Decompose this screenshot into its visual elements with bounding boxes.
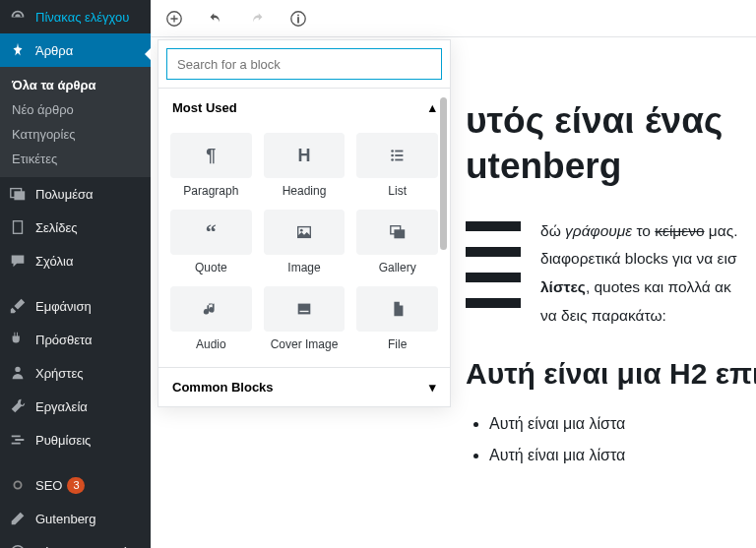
- chevron-up-icon: ▴: [429, 100, 436, 115]
- sidebar-item-media[interactable]: Πολυμέσα: [0, 177, 151, 211]
- label: Πίνακας ελέγχου: [35, 10, 129, 25]
- sidebar-item-plugins[interactable]: Πρόσθετα: [0, 323, 151, 356]
- sliders-icon: [8, 430, 28, 450]
- image-icon: [264, 210, 346, 255]
- redo-button[interactable]: [243, 5, 271, 32]
- add-block-button[interactable]: [160, 5, 188, 32]
- svg-point-17: [300, 229, 303, 232]
- sidebar-item-dashboard[interactable]: Πίνακας ελέγχου: [0, 0, 151, 33]
- editor-toolbar: [151, 0, 756, 37]
- collapse-icon: [8, 542, 28, 548]
- audio-icon: [170, 286, 252, 332]
- block-audio[interactable]: Audio: [164, 280, 258, 357]
- file-icon: [356, 286, 438, 332]
- most-used-header[interactable]: Most Used ▴: [158, 89, 450, 127]
- svg-point-12: [391, 154, 394, 157]
- cover-icon: [264, 286, 346, 332]
- block-image[interactable]: Image: [258, 204, 351, 280]
- user-icon: [8, 363, 28, 383]
- label: Σελίδες: [35, 220, 78, 235]
- label: Most Used: [172, 100, 237, 115]
- media-icon: [8, 184, 28, 204]
- quote-icon: “: [170, 210, 252, 255]
- svg-rect-2: [14, 221, 23, 234]
- list-item: Αυτή είναι μια λίστα: [489, 440, 756, 471]
- block-inserter-panel: Most Used ▴ ¶Paragraph HHeading List “Qu…: [158, 39, 451, 407]
- svg-rect-20: [298, 304, 311, 315]
- block-gallery[interactable]: Gallery: [350, 204, 444, 280]
- post-title[interactable]: υτός είναι έναςutenberg: [466, 98, 756, 190]
- subitem-tags[interactable]: Ετικέτες: [0, 147, 151, 171]
- heading-icon: H: [264, 133, 346, 178]
- pencil-icon: [8, 509, 28, 528]
- label: Εργαλεία: [35, 399, 88, 414]
- post-content: υτός είναι έναςutenberg δώ γράφουμε το κ…: [466, 98, 756, 471]
- svg-rect-1: [14, 191, 25, 200]
- block-quote[interactable]: “Quote: [164, 204, 258, 280]
- pin-icon: [8, 40, 28, 60]
- list-icon: [356, 133, 438, 178]
- sidebar-item-users[interactable]: Χρήστες: [0, 356, 151, 390]
- chevron-down-icon: ▾: [429, 380, 436, 395]
- block-cover[interactable]: Cover Image: [258, 280, 351, 357]
- block-file[interactable]: File: [350, 280, 444, 357]
- label: Πρόσθετα: [35, 333, 93, 347]
- sidebar-item-settings[interactable]: Ρυθμίσεις: [0, 423, 151, 457]
- block-search-input[interactable]: [166, 48, 442, 80]
- label: Common Blocks: [172, 380, 274, 395]
- comment-icon: [8, 251, 28, 271]
- brush-icon: [8, 296, 28, 316]
- sidebar-item-tools[interactable]: Εργαλεία: [0, 390, 151, 423]
- posts-submenu: Όλα τα άρθρα Νέο άρθρο Κατηγορίες Ετικέτ…: [0, 67, 151, 177]
- label: Gutenberg: [35, 512, 95, 526]
- block-heading[interactable]: HHeading: [258, 127, 351, 204]
- common-blocks-header[interactable]: Common Blocks ▾: [158, 367, 450, 406]
- svg-rect-21: [299, 311, 308, 312]
- gallery-icon: [356, 210, 438, 255]
- label: Πολυμέσα: [35, 187, 94, 202]
- list-item: Αυτή είναι μια λίστα: [489, 408, 756, 440]
- subitem-new-post[interactable]: Νέο άρθρο: [0, 97, 151, 122]
- sidebar-item-comments[interactable]: Σχόλια: [0, 244, 151, 277]
- list-block[interactable]: Αυτή είναι μια λίστα Αυτή είναι μια λίστ…: [466, 408, 756, 471]
- block-paragraph[interactable]: ¶Paragraph: [164, 127, 258, 204]
- admin-sidebar: Πίνακας ελέγχου Άρθρα Όλα τα άρθρα Νέο ά…: [0, 0, 151, 548]
- sidebar-item-pages[interactable]: Σελίδες: [0, 211, 151, 244]
- label: Χρήστες: [35, 366, 84, 381]
- blocks-grid: ¶Paragraph HHeading List “Quote Image Ga…: [158, 127, 450, 367]
- paragraph-text[interactable]: δώ γράφουμε το κείμενο μας.διαφορετικά b…: [540, 217, 738, 331]
- subitem-categories[interactable]: Κατηγορίες: [0, 122, 151, 147]
- undo-button[interactable]: [202, 5, 229, 32]
- svg-rect-9: [297, 17, 299, 23]
- seo-icon: [8, 475, 28, 495]
- label: Σχόλια: [35, 254, 73, 269]
- sidebar-item-gutenberg[interactable]: Gutenberg: [0, 502, 151, 535]
- svg-point-14: [391, 158, 394, 161]
- inserter-scrollbar[interactable]: [440, 90, 448, 365]
- sidebar-item-posts[interactable]: Άρθρα: [0, 33, 151, 67]
- block-list[interactable]: List: [350, 127, 444, 204]
- label: Εμφάνιση: [35, 299, 92, 314]
- label: Άρθρα: [35, 43, 73, 58]
- svg-rect-15: [395, 159, 403, 161]
- label: SEO: [35, 478, 62, 493]
- label: Σύμπτυξη μενού: [35, 545, 129, 549]
- seo-badge: 3: [67, 477, 85, 494]
- heading-h2[interactable]: Αυτή είναι μια H2 επι: [466, 357, 756, 391]
- svg-rect-11: [395, 151, 403, 152]
- block-placeholder-bars: [466, 221, 521, 331]
- svg-point-8: [297, 14, 299, 16]
- svg-point-10: [391, 150, 394, 152]
- svg-point-4: [14, 481, 21, 488]
- label: Ρυθμίσεις: [35, 433, 91, 448]
- sidebar-item-collapse[interactable]: Σύμπτυξη μενού: [0, 535, 151, 548]
- svg-rect-13: [395, 154, 403, 156]
- subitem-all-posts[interactable]: Όλα τα άρθρα: [0, 73, 151, 97]
- sidebar-item-seo[interactable]: SEO 3: [0, 468, 151, 502]
- plug-icon: [8, 330, 28, 349]
- paragraph-icon: ¶: [170, 133, 252, 178]
- sidebar-item-appearance[interactable]: Εμφάνιση: [0, 289, 151, 323]
- info-button[interactable]: [284, 5, 312, 32]
- svg-point-3: [15, 367, 20, 372]
- gauge-icon: [8, 7, 28, 27]
